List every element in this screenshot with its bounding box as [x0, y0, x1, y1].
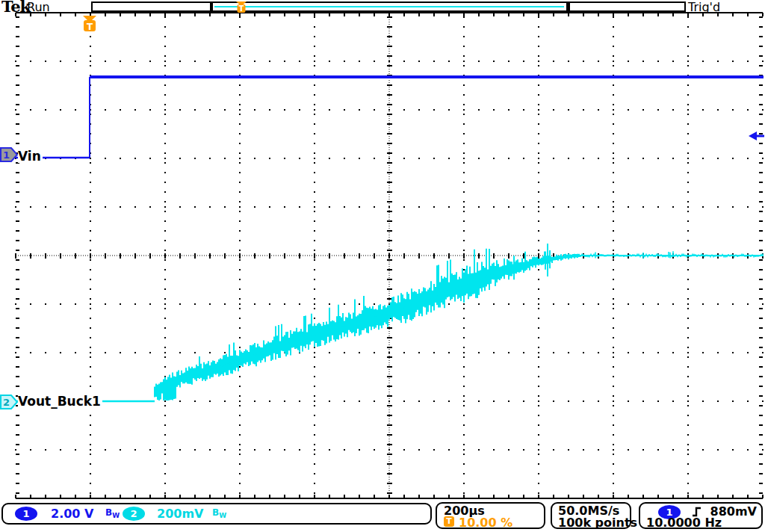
- trigger-readout-box[interactable]: 1 880mV 10.0000 Hz: [639, 502, 763, 529]
- acquisition-readout-box[interactable]: 50.0MS/s 100k points: [551, 502, 631, 529]
- ch1-scale: 2.00 V: [51, 507, 93, 521]
- ch2-number: 2: [3, 397, 10, 408]
- scope-display: T: [0, 0, 765, 532]
- ch1-number: 1: [3, 149, 10, 161]
- record-length-value: 100k points: [558, 516, 637, 530]
- ch1-bandwidth-icon: BW: [105, 507, 120, 519]
- record-trigger-letter: T: [239, 4, 244, 13]
- ch1-label: Vin: [18, 149, 43, 163]
- ch1-ground-marker[interactable]: 1: [0, 146, 19, 164]
- ch2-bandwidth-icon: BW: [212, 507, 226, 519]
- record-segment-pre: [91, 1, 211, 12]
- horizontal-readout-box[interactable]: 200µs T 10.00 %: [436, 502, 545, 529]
- ch2-scale: 200mV: [157, 507, 203, 521]
- record-waveform-line: [214, 6, 564, 7]
- trigger-position-icon: T: [444, 516, 454, 527]
- trigger-position-marker[interactable]: T: [83, 16, 96, 32]
- record-trigger-icon: T: [235, 1, 247, 13]
- ch2-label: Vout_Buck1: [18, 395, 102, 408]
- tek-logo: Tek: [1, 0, 30, 16]
- ch1-badge: 1: [15, 507, 37, 521]
- record-segment-post: [569, 1, 686, 12]
- trigger-frequency-value: 10.0000 Hz: [646, 516, 722, 530]
- trigger-status: Trig'd: [688, 0, 720, 14]
- svg-text:T: T: [87, 22, 93, 32]
- channel-readout-box[interactable]: 1 2.00 V BW 2 200mV BW: [1, 503, 432, 525]
- ch2-badge: 2: [123, 507, 145, 521]
- trigger-level-arrow[interactable]: [749, 132, 764, 140]
- acquisition-status: Run: [27, 0, 50, 14]
- ch2-ground-marker[interactable]: 2: [0, 394, 19, 412]
- oscilloscope-screen: T Tek Run Trig'd T 1 2 Vin Vout_Buck1 1 …: [0, 0, 765, 532]
- trigger-position-value: 10.00 %: [459, 516, 512, 530]
